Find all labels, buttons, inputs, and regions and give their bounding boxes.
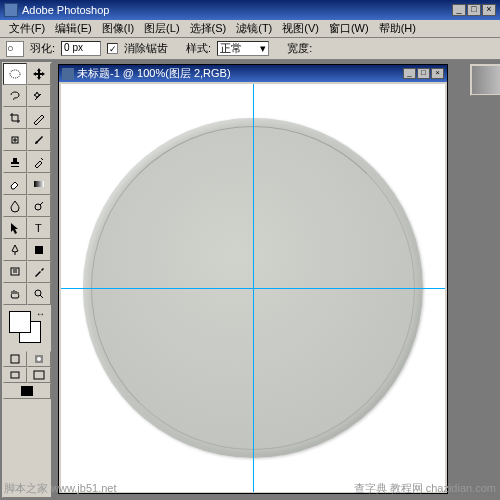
- document-titlebar[interactable]: 未标题-1 @ 100%(图层 2,RGB) _ □ ×: [59, 65, 447, 82]
- blur-tool[interactable]: [3, 195, 27, 217]
- foreground-color[interactable]: [9, 311, 31, 333]
- menu-image[interactable]: 图像(I): [97, 21, 139, 36]
- screen-full-menu[interactable]: [27, 367, 51, 383]
- screen-standard[interactable]: [3, 367, 27, 383]
- zoom-tool[interactable]: [27, 283, 51, 305]
- gradient-tool[interactable]: [27, 173, 51, 195]
- navigator-thumb: [472, 66, 500, 94]
- doc-minimize-button[interactable]: _: [403, 68, 416, 79]
- svg-point-10: [37, 357, 41, 361]
- minimize-button[interactable]: _: [452, 4, 466, 16]
- move-tool[interactable]: [27, 63, 51, 85]
- path-select-tool[interactable]: [3, 217, 27, 239]
- selection-mode-icon[interactable]: ○: [6, 41, 24, 57]
- close-button[interactable]: ×: [482, 4, 496, 16]
- notes-tool[interactable]: [3, 261, 27, 283]
- crop-tool[interactable]: [3, 107, 27, 129]
- swap-colors-icon[interactable]: ↔: [36, 309, 45, 319]
- menu-file[interactable]: 文件(F): [4, 21, 50, 36]
- brush-tool[interactable]: [27, 129, 51, 151]
- wand-tool[interactable]: [27, 85, 51, 107]
- doc-maximize-button[interactable]: □: [417, 68, 430, 79]
- marquee-tool[interactable]: [3, 63, 27, 85]
- menu-layer[interactable]: 图层(L): [139, 21, 184, 36]
- standard-mode[interactable]: [3, 351, 27, 367]
- svg-rect-8: [11, 355, 19, 363]
- svg-rect-2: [34, 181, 44, 187]
- document-window: 未标题-1 @ 100%(图层 2,RGB) _ □ ×: [58, 64, 448, 494]
- workspace: T ↔ 未标题-1 @ 100%(图层 2,RGB) _ □ ×: [0, 60, 500, 500]
- antialias-label: 消除锯齿: [124, 41, 168, 56]
- lasso-tool[interactable]: [3, 85, 27, 107]
- menu-view[interactable]: 视图(V): [277, 21, 324, 36]
- app-titlebar: Adobe Photoshop _ □ ×: [0, 0, 500, 20]
- horizontal-guide[interactable]: [61, 288, 445, 289]
- shape-tool[interactable]: [27, 239, 51, 261]
- type-tool[interactable]: T: [27, 217, 51, 239]
- doc-close-button[interactable]: ×: [431, 68, 444, 79]
- svg-point-0: [10, 70, 20, 78]
- eraser-tool[interactable]: [3, 173, 27, 195]
- feather-label: 羽化:: [30, 41, 55, 56]
- style-dropdown[interactable]: 正常▾: [217, 41, 269, 56]
- menu-help[interactable]: 帮助(H): [374, 21, 421, 36]
- svg-rect-11: [11, 372, 19, 378]
- dodge-tool[interactable]: [27, 195, 51, 217]
- style-label: 样式:: [186, 41, 211, 56]
- menu-edit[interactable]: 编辑(E): [50, 21, 97, 36]
- screen-full[interactable]: [3, 383, 51, 399]
- canvas[interactable]: [61, 84, 445, 492]
- hand-tool[interactable]: [3, 283, 27, 305]
- eyedropper-tool[interactable]: [27, 261, 51, 283]
- watermark-left: 脚本之家 www.jb51.net: [4, 481, 116, 496]
- svg-rect-12: [34, 371, 44, 379]
- toolbox: T ↔: [2, 62, 52, 498]
- svg-text:T: T: [35, 222, 42, 234]
- feather-input[interactable]: 0 px: [61, 41, 101, 56]
- stamp-tool[interactable]: [3, 151, 27, 173]
- options-bar: ○ 羽化: 0 px ✓ 消除锯齿 样式: 正常▾ 宽度:: [0, 38, 500, 60]
- healing-tool[interactable]: [3, 129, 27, 151]
- document-title: 未标题-1 @ 100%(图层 2,RGB): [77, 66, 231, 81]
- app-icon: [4, 3, 18, 17]
- canvas-area: 未标题-1 @ 100%(图层 2,RGB) _ □ ×: [54, 60, 500, 500]
- antialias-checkbox[interactable]: ✓: [107, 43, 118, 54]
- slice-tool[interactable]: [27, 107, 51, 129]
- color-picker[interactable]: ↔: [5, 309, 49, 347]
- document-icon: [62, 68, 74, 80]
- watermark-right: 查字典 教程网 chazidian.com: [354, 481, 496, 496]
- pen-tool[interactable]: [3, 239, 27, 261]
- svg-rect-5: [35, 246, 43, 254]
- quickmask-mode[interactable]: [27, 351, 51, 367]
- navigator-panel[interactable]: [470, 64, 500, 96]
- menu-filter[interactable]: 滤镜(T): [231, 21, 277, 36]
- menubar: 文件(F) 编辑(E) 图像(I) 图层(L) 选择(S) 滤镜(T) 视图(V…: [0, 20, 500, 38]
- width-label: 宽度:: [287, 41, 312, 56]
- app-title: Adobe Photoshop: [22, 4, 109, 16]
- maximize-button[interactable]: □: [467, 4, 481, 16]
- menu-window[interactable]: 窗口(W): [324, 21, 374, 36]
- svg-rect-13: [21, 386, 33, 396]
- menu-select[interactable]: 选择(S): [185, 21, 232, 36]
- history-brush-tool[interactable]: [27, 151, 51, 173]
